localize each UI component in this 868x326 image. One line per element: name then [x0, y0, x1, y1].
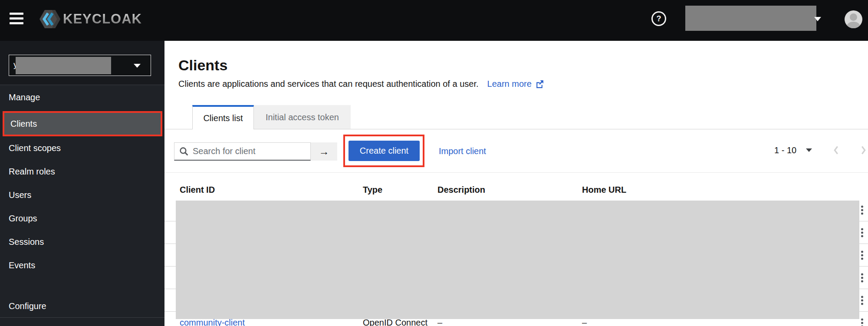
main-content: Clients Clients are applications and ser… — [164, 41, 868, 326]
pagination: 1 - 10 — [774, 145, 867, 155]
keycloak-admin-console: KEYCLOAK ? y Manage Clients Client scope… — [0, 0, 868, 326]
nav-group-manage: Manage — [9, 92, 40, 102]
pagination-prev-button[interactable] — [833, 145, 839, 155]
sidebar-item-client-scopes[interactable]: Client scopes — [0, 136, 164, 160]
column-header-type[interactable]: Type — [363, 185, 382, 195]
pagination-range: 1 - 10 — [774, 145, 796, 155]
table-content-redacted — [176, 201, 859, 319]
page-description: Clients are applications and services th… — [178, 79, 479, 89]
tab-clients-list[interactable]: Clients list — [192, 105, 254, 129]
help-icon[interactable]: ? — [651, 11, 666, 26]
masthead: KEYCLOAK ? — [0, 0, 868, 41]
client-description-cell: – — [437, 318, 442, 326]
client-home-url-cell: – — [582, 318, 587, 326]
sidebar-item-events[interactable]: Events — [0, 254, 164, 277]
kebab-menu-icon[interactable] — [859, 249, 865, 261]
sidebar-item-users[interactable]: Users — [0, 183, 164, 207]
kebab-menu-icon[interactable] — [859, 316, 865, 326]
toolbar-divider — [164, 172, 868, 173]
sidebar-item-sessions[interactable]: Sessions — [0, 230, 164, 254]
avatar-head — [850, 13, 857, 21]
realm-name-redacted — [16, 57, 111, 74]
sidebar-divider — [0, 317, 164, 318]
tabs-underline — [164, 129, 868, 129]
kebab-menu-icon[interactable] — [859, 204, 865, 216]
kebab-menu-icon[interactable] — [859, 294, 865, 306]
external-link-icon — [535, 79, 544, 89]
sidebar-divider — [0, 85, 164, 85]
kebab-menu-icon[interactable] — [859, 271, 865, 284]
user-menu-caret-icon[interactable] — [814, 17, 821, 21]
column-header-client-id[interactable]: Client ID — [180, 185, 215, 195]
realm-selector-dropdown[interactable]: y — [9, 55, 151, 76]
nav-group-configure: Configure — [9, 301, 46, 311]
keycloak-logo-text: KEYCLOAK — [63, 11, 142, 27]
learn-more-link[interactable]: Learn more — [487, 79, 544, 89]
chevron-left-icon — [833, 145, 839, 155]
column-header-description[interactable]: Description — [437, 185, 485, 195]
search-icon — [179, 147, 188, 156]
kebab-menu-icon[interactable] — [859, 226, 865, 239]
sidebar-item-clients[interactable]: Clients — [3, 111, 162, 136]
create-client-button[interactable]: Create client — [349, 141, 420, 161]
import-client-link[interactable]: Import client — [439, 146, 486, 156]
pagination-caret-icon[interactable] — [806, 148, 812, 152]
chevron-down-icon — [134, 64, 141, 68]
sidebar-item-groups[interactable]: Groups — [0, 207, 164, 231]
keycloak-logo: KEYCLOAK — [38, 6, 142, 32]
sidebar-item-realm-settings[interactable]: Realm settings — [0, 323, 164, 326]
avatar-shoulders — [847, 22, 860, 28]
tab-initial-access-token[interactable]: Initial access token — [254, 105, 351, 129]
search-input[interactable] — [193, 146, 301, 156]
client-type-cell: OpenID Connect — [363, 318, 427, 326]
keycloak-logo-icon — [38, 9, 62, 30]
column-header-home-url[interactable]: Home URL — [582, 185, 626, 195]
search-submit-button[interactable]: → — [311, 142, 337, 161]
username-redacted — [685, 6, 816, 31]
page-title: Clients — [178, 57, 227, 74]
hamburger-menu-icon[interactable] — [10, 13, 24, 24]
sidebar-nav: y Manage Clients Client scopes Realm rol… — [0, 41, 164, 326]
client-id-link[interactable]: community-client — [180, 318, 245, 326]
sidebar-item-realm-roles[interactable]: Realm roles — [0, 160, 164, 184]
avatar[interactable] — [845, 10, 862, 28]
realm-selector-area: y — [0, 41, 164, 85]
chevron-right-icon — [860, 145, 867, 155]
search-box — [174, 142, 311, 161]
pagination-next-button[interactable] — [860, 145, 867, 155]
